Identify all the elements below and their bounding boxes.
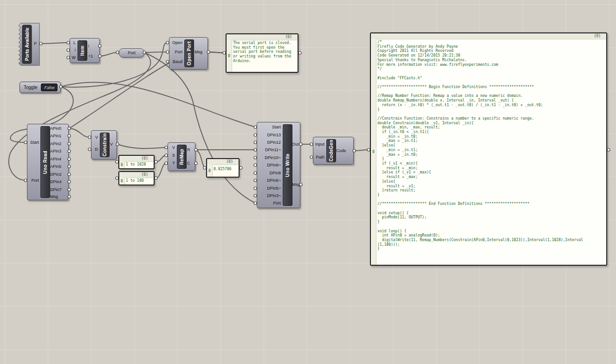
toggle-grips[interactable]	[59, 85, 62, 88]
uno-write-grips[interactable]	[254, 126, 302, 204]
constrain-grips[interactable]	[88, 136, 119, 151]
uno-read-grips[interactable]	[24, 127, 71, 198]
serial-message-panel-grips[interactable]	[223, 51, 301, 54]
item-grips[interactable]	[67, 41, 101, 59]
remap-grips[interactable]	[165, 146, 197, 165]
grip-layer	[0, 0, 616, 364]
remap-value-panel-grips[interactable]	[203, 166, 242, 169]
ports-available-grips[interactable]	[39, 42, 42, 45]
grasshopper-canvas[interactable]: Ports Available P Item L i W i +1 Port O…	[0, 0, 616, 364]
codegen-grips[interactable]	[310, 143, 356, 159]
code-panel-grips[interactable]	[367, 148, 610, 151]
port-relay-grips[interactable]	[116, 51, 146, 54]
open-port-grips[interactable]	[166, 41, 210, 63]
domain-panel-grips[interactable]	[116, 160, 157, 179]
